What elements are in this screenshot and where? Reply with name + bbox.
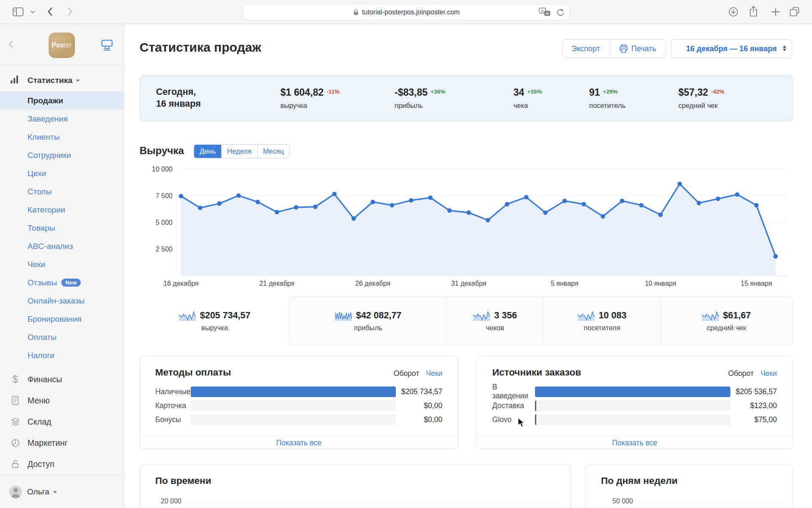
sidebar-item-marketing[interactable]: Маркетинг [0, 432, 124, 453]
tab-1[interactable]: Неделя [221, 145, 257, 158]
chevron-down-icon[interactable] [30, 11, 35, 14]
total-cell-чеков[interactable]: 3 356чеков [447, 296, 544, 345]
mouse-cursor [518, 417, 526, 430]
sidebar-item-finances[interactable]: $ Финансы [0, 369, 124, 390]
finance-icon: $ [10, 369, 20, 390]
sidebar-item-label: Сотрудники [27, 151, 71, 160]
row-bar [191, 400, 396, 411]
axis-tick-label: 20 000 [153, 497, 181, 505]
payment-rows: Наличные$205 734,57Карточка$0,00Бонусы$0… [140, 385, 458, 427]
show-all-link[interactable]: Показать все [140, 436, 458, 450]
panel-row-Доставка[interactable]: Доставка$123,00 [477, 399, 792, 412]
date-range-select[interactable]: 16 декабря — 16 января [671, 39, 792, 58]
revenue-chart[interactable]: 2 5005 0007 50010 00016 декабря21 декабр… [140, 162, 793, 289]
by-time-panel: По времени 20 000 [140, 464, 571, 508]
sidebar-item-11[interactable]: Онлайн-заказы [0, 292, 124, 310]
sidebar-item-8[interactable]: ABC-анализ [0, 237, 124, 255]
share-icon[interactable] [749, 6, 758, 17]
sidebar-item-14[interactable]: Налоги [0, 346, 124, 364]
back-icon[interactable] [47, 7, 52, 16]
sidebar-item-1[interactable]: Заведения [0, 110, 124, 128]
stat-label: чека [513, 102, 528, 110]
sidebar-item-6[interactable]: Категории [0, 201, 124, 219]
row-bar [535, 414, 730, 425]
sidebar-section-statistics[interactable]: Статистика [0, 74, 124, 87]
svg-text:A: A [541, 9, 544, 13]
pos-terminal-icon[interactable] [101, 39, 113, 53]
tab-0[interactable]: День [194, 145, 221, 158]
turnover-toggle[interactable]: Оборот [394, 369, 419, 378]
poster-logo-text: Poster [52, 41, 72, 49]
print-button[interactable]: Печать [609, 40, 666, 58]
forward-icon[interactable] [68, 7, 73, 16]
total-cell-прибыль[interactable]: $42 082,77прибыль [290, 296, 447, 345]
stat-delta: +29% [603, 88, 618, 95]
export-button[interactable]: Экспорт [562, 40, 609, 58]
svg-text:10 000: 10 000 [152, 166, 173, 173]
sidebar-item-7[interactable]: Товары [0, 219, 124, 237]
sparkline-icon [179, 310, 196, 321]
sidebar-item-menu[interactable]: Меню [0, 390, 124, 411]
sidebar-item-label: Оплаты [27, 333, 57, 342]
row-value: $123,00 [730, 401, 777, 410]
sidebar-item-12[interactable]: Бронирования [0, 310, 124, 328]
svg-text:15 января: 15 января [741, 280, 772, 287]
sidebar-item-label: Чеки [27, 260, 45, 269]
sidebar-toggle-icon[interactable] [13, 7, 24, 17]
sidebar-item-9[interactable]: Чеки [0, 255, 124, 273]
row-value: $205 536,57 [730, 387, 777, 396]
gridline [639, 502, 781, 502]
row-bar [191, 414, 396, 425]
sidebar-item-4[interactable]: Цехи [0, 164, 124, 182]
sidebar-item-10[interactable]: ОтзывыNew [0, 273, 124, 292]
sidebar-item-13[interactable]: Оплаты [0, 328, 124, 346]
new-badge: New [61, 279, 81, 287]
row-bar [191, 387, 396, 397]
sidebar-item-0[interactable]: Продажи [0, 91, 124, 110]
panel-row-Карточка[interactable]: Карточка$0,00 [140, 399, 458, 412]
section-label: Доступ [27, 459, 54, 469]
sidebar-item-label: Цехи [27, 169, 46, 178]
stat-delta: -42% [711, 88, 724, 95]
receipts-toggle[interactable]: Чеки [760, 369, 777, 378]
translate-icon[interactable]: A [539, 8, 551, 17]
tab-overview-icon[interactable] [789, 6, 800, 17]
panel-row-В заведении[interactable]: В заведении$205 536,57 [477, 385, 792, 398]
axis-tick-label: 50 000 [603, 497, 633, 505]
bar-chart-icon [10, 75, 19, 86]
row-value: $0,00 [396, 415, 442, 424]
svg-text:10 января: 10 января [645, 280, 676, 287]
tab-2[interactable]: Месяц [257, 145, 290, 158]
revenue-title: Выручка [140, 145, 184, 157]
total-value: 10 083 [599, 310, 627, 321]
sidebar-item-5[interactable]: Столы [0, 182, 124, 201]
new-tab-icon[interactable] [771, 8, 780, 16]
downloads-icon[interactable] [728, 7, 738, 17]
receipts-toggle[interactable]: Чеки [426, 369, 442, 378]
stat-label: выручка [280, 102, 307, 110]
user-menu[interactable]: Ольга [0, 475, 124, 508]
total-cell-выручка[interactable]: $205 734,57выручка [140, 296, 290, 345]
sidebar-item-3[interactable]: Сотрудники [0, 146, 124, 164]
sidebar-item-access[interactable]: Доступ [0, 453, 124, 475]
panel-row-Бонусы[interactable]: Бонусы$0,00 [140, 413, 458, 426]
export-label: Экспорт [571, 40, 600, 58]
total-cell-средний чек[interactable]: $61,67средний чек [661, 296, 793, 345]
sidebar-item-label: ABC-анализ [27, 242, 73, 251]
sidebar-item-warehouse[interactable]: Склад [0, 411, 124, 432]
turnover-toggle[interactable]: Оборот [728, 369, 754, 378]
reload-icon[interactable] [556, 8, 564, 17]
row-label: Бонусы [155, 415, 191, 424]
svg-text:5 января: 5 января [551, 280, 578, 287]
address-bar[interactable]: tutorial-posterpos.joinposter.com A [243, 4, 570, 20]
panel-row-Наличные[interactable]: Наличные$205 734,57 [140, 385, 458, 398]
show-all-link[interactable]: Показать все [477, 436, 792, 450]
collapse-sidebar-icon[interactable] [8, 40, 13, 50]
total-cell-посетителя[interactable]: 10 083посетителя [544, 296, 661, 345]
lock-icon [353, 9, 359, 16]
sidebar-stat-list: ПродажиЗаведенияКлиентыСотрудникиЦехиСто… [0, 91, 124, 364]
period-tabs: ДеньНеделяМесяц [194, 144, 290, 158]
poster-logo[interactable]: Poster [49, 33, 75, 58]
warehouse-icon [10, 411, 20, 432]
sidebar-item-2[interactable]: Клиенты [0, 128, 124, 146]
